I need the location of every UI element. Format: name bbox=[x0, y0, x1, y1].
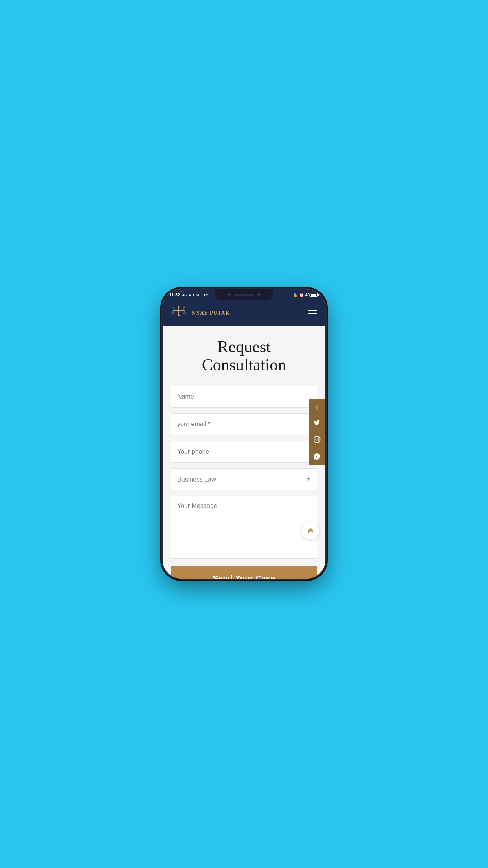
svg-point-6 bbox=[319, 438, 319, 438]
phone-frame: 11:32 4G ▲▼ Vo LTE 🔒 ⏰ 40 bbox=[163, 289, 325, 579]
hamburger-line-3 bbox=[308, 316, 317, 317]
logo-emblem bbox=[169, 304, 189, 322]
status-right-icons: 🔒 ⏰ 40 bbox=[293, 293, 319, 297]
facebook-icon: f bbox=[316, 403, 318, 412]
subject-select-wrapper: Business Law Criminal Law Family Law Civ… bbox=[171, 468, 317, 490]
battery-indicator: 40 bbox=[305, 293, 319, 297]
message-textarea[interactable] bbox=[171, 496, 317, 559]
hamburger-line-2 bbox=[308, 313, 317, 314]
scroll-top-icon bbox=[306, 526, 314, 536]
facebook-button[interactable]: f bbox=[309, 399, 325, 416]
svg-rect-1 bbox=[173, 310, 185, 311]
hamburger-menu[interactable] bbox=[306, 307, 319, 320]
svg-point-5 bbox=[316, 438, 319, 441]
phone-screen: 11:32 4G ▲▼ Vo LTE 🔒 ⏰ 40 bbox=[163, 289, 325, 579]
logo-text: NYAY PUJAK bbox=[192, 310, 230, 316]
speaker bbox=[234, 294, 254, 296]
lock-icon: 🔒 bbox=[293, 293, 297, 297]
social-sidebar: f bbox=[309, 399, 325, 465]
notch bbox=[215, 289, 273, 300]
battery-level: 40 bbox=[305, 293, 310, 297]
send-case-button[interactable]: Send Your Case bbox=[171, 566, 317, 579]
front-camera bbox=[227, 293, 231, 297]
page-title: Request Consultation bbox=[171, 338, 317, 374]
subject-select[interactable]: Business Law Criminal Law Family Law Civ… bbox=[171, 468, 317, 490]
instagram-button[interactable] bbox=[309, 432, 325, 449]
time-display: 11:32 bbox=[169, 292, 180, 297]
email-input[interactable] bbox=[171, 413, 317, 435]
twitter-button[interactable] bbox=[309, 416, 325, 432]
whatsapp-icon bbox=[314, 453, 321, 462]
lte-indicator: Vo LTE bbox=[196, 293, 208, 297]
instagram-icon bbox=[314, 436, 321, 445]
svg-rect-3 bbox=[178, 315, 180, 316]
svg-rect-2 bbox=[176, 316, 182, 316]
hamburger-line-1 bbox=[308, 310, 317, 311]
scroll-top-button[interactable] bbox=[302, 522, 319, 539]
content-area: Request Consultation Business Law Crimin… bbox=[163, 326, 325, 579]
network-indicator: 4G ▲▼ bbox=[182, 293, 195, 297]
app-header: NYAY PUJAK bbox=[163, 300, 325, 326]
phone-input[interactable] bbox=[171, 441, 317, 463]
sensor bbox=[257, 293, 261, 297]
twitter-icon bbox=[314, 420, 321, 428]
consultation-form: Business Law Criminal Law Family Law Civ… bbox=[163, 382, 325, 579]
svg-rect-4 bbox=[314, 437, 320, 443]
status-time: 11:32 4G ▲▼ Vo LTE bbox=[169, 292, 208, 297]
logo-area: NYAY PUJAK bbox=[169, 304, 230, 322]
name-input[interactable] bbox=[171, 386, 317, 408]
whatsapp-button[interactable] bbox=[309, 449, 325, 465]
page-title-section: Request Consultation bbox=[163, 326, 325, 382]
alarm-icon: ⏰ bbox=[299, 293, 304, 297]
